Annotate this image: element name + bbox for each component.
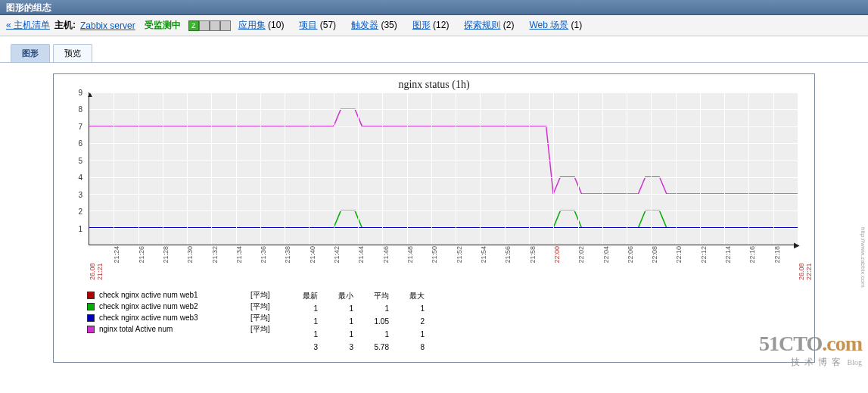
availability-cells: Z	[188, 20, 231, 31]
tab-图形[interactable]: 图形	[11, 44, 50, 62]
x-tick: 21:58	[529, 246, 537, 264]
legend-value: 1	[397, 329, 431, 340]
x-tick: 21:26	[138, 246, 145, 264]
legend-agg: [平均]	[250, 324, 288, 335]
nav-count: (12)	[431, 20, 450, 30]
legend-row: nginx total Active num[平均]	[87, 323, 288, 335]
x-tick: 21:24	[113, 246, 120, 264]
x-tick: 22:18	[773, 246, 781, 264]
nav-link[interactable]: Web 场景	[529, 20, 568, 30]
x-tick: 21:44	[357, 246, 365, 264]
legend-value: 1	[290, 303, 324, 314]
x-tick: 22:14	[724, 246, 732, 264]
legend-swatch	[87, 292, 95, 299]
x-tick: 22:08	[651, 246, 658, 264]
nav-count: (35)	[378, 20, 397, 30]
legend-value: 1	[397, 303, 431, 314]
watermark-domain: .com	[822, 332, 862, 355]
legend-name: check nginx active num web1	[99, 291, 250, 299]
y-tick: 4	[78, 173, 82, 182]
legend-header: 最小	[325, 291, 359, 301]
x-tick: 21:48	[406, 246, 414, 264]
series-line	[89, 211, 798, 227]
y-tick: 7	[78, 122, 82, 130]
x-tick: 22:06	[627, 246, 634, 264]
legend-value: 1.05	[361, 316, 395, 327]
x-tick: 22:02	[577, 246, 585, 264]
nav-counts: 应用集 (10)项目 (57)触发器 (35)图形 (12)探索规则 (2)We…	[238, 19, 598, 32]
x-tick: 21:40	[309, 246, 316, 264]
y-tick: 3	[78, 190, 82, 198]
legend-agg: [平均]	[250, 313, 288, 323]
x-tick: 21:46	[382, 246, 390, 264]
x-tick: 21:50	[431, 246, 438, 264]
tab-strip: 图形预览	[0, 36, 868, 63]
nav-count: (57)	[317, 20, 336, 30]
legend-value: 8	[397, 342, 431, 353]
zbx-avail-icon: Z	[188, 20, 199, 31]
legend-header: 最新	[290, 291, 324, 301]
x-tick: 22:04	[602, 246, 610, 264]
x-tick: 21:42	[333, 246, 341, 264]
legend-value: 1	[361, 303, 395, 314]
legend-row: check nginx active num web2[平均]	[87, 301, 288, 312]
legend-row: check nginx active num web3[平均]	[87, 312, 288, 323]
x-tick: 21:56	[504, 246, 512, 264]
side-credit: http://www.zabbix.com	[860, 227, 866, 288]
x-tick: 21:36	[260, 246, 267, 264]
x-tick: 22:10	[675, 246, 683, 264]
legend-swatch	[87, 326, 95, 333]
legend-name: check nginx active num web2	[99, 302, 250, 310]
legend-agg: [平均]	[250, 301, 288, 312]
legend-value: 2	[397, 316, 431, 327]
x-tick: 26.08 21:21	[89, 246, 104, 280]
x-tick: 21:30	[186, 246, 194, 264]
legend-value: 1	[361, 329, 395, 340]
ipmi-avail-icon	[220, 20, 231, 31]
nav-link[interactable]: 项目	[299, 20, 317, 30]
chart-frame: nginx status (1h) 123456789 ▲ ▶ 26.08 21…	[53, 73, 815, 363]
title-bar: 图形的组态	[0, 0, 868, 15]
y-tick: 2	[78, 207, 82, 216]
nav-link[interactable]: 触发器	[351, 20, 378, 30]
legend-swatch	[87, 303, 95, 310]
legend-value: 1	[325, 329, 359, 340]
y-tick: 5	[78, 156, 82, 164]
x-tick: 22:12	[700, 246, 708, 264]
jmx-avail-icon	[210, 20, 220, 31]
tab-预览[interactable]: 预览	[53, 44, 92, 62]
legend-swatch	[87, 314, 95, 322]
legend-value: 3	[290, 342, 324, 353]
x-tick: 22:00	[553, 246, 561, 264]
legend-name: nginx total Active num	[99, 325, 250, 333]
nav-count: (1)	[568, 20, 582, 30]
series-line	[89, 109, 798, 194]
legend-value: 1	[325, 316, 359, 327]
x-tick: 21:34	[235, 246, 243, 264]
x-tick: 21:54	[480, 246, 487, 264]
x-tick: 21:52	[456, 246, 463, 264]
nav-bar: « 主机清单 主机: Zabbix server 受监测中 Z 应用集 (10)…	[0, 15, 868, 36]
snmp-avail-icon	[199, 20, 210, 31]
nav-link[interactable]: 图形	[412, 20, 431, 30]
legend-value: 3	[325, 342, 359, 353]
watermark-sub: 技术博客	[791, 357, 845, 367]
x-tick: 21:28	[162, 246, 170, 264]
nav-link[interactable]: 应用集	[238, 20, 266, 30]
watermark-blog: Blog	[848, 358, 862, 366]
legend-row: check nginx active num web1[平均]	[87, 289, 288, 301]
nav-link[interactable]: 探索规则	[464, 20, 500, 30]
site-watermark: 51CTO.com 技术博客 Blog	[759, 332, 862, 369]
back-hostlist-link[interactable]: « 主机清单	[6, 19, 50, 32]
legend-header: 平均	[361, 291, 395, 301]
x-tick: 22:16	[748, 246, 756, 264]
chart-title: nginx status (1h)	[57, 77, 811, 92]
y-tick: 8	[78, 105, 82, 114]
x-tick: 21:32	[211, 246, 219, 264]
host-name-link[interactable]: Zabbix server	[80, 20, 135, 31]
watermark-main: 51CTO	[759, 332, 822, 355]
legend-header: 最大	[397, 291, 431, 301]
nav-count: (2)	[500, 20, 514, 30]
host-label: 主机:	[54, 19, 76, 32]
y-tick: 1	[78, 224, 82, 232]
